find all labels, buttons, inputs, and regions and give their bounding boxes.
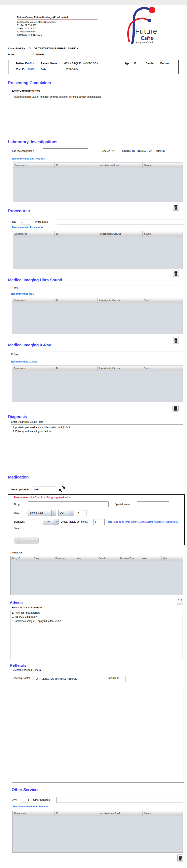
prescription-id-input[interactable] [33, 487, 56, 492]
recommended-xray-link[interactable]: Recommended X-Rays [11, 360, 37, 363]
referred-by-value: ORITSETSETOS RAPHAEL PINNICK [122, 150, 165, 152]
recommended-other-services-link[interactable]: Recommended Other Services [13, 805, 48, 808]
other-col-service: Investigation / Service [98, 811, 142, 816]
add-drug-button[interactable]: +Add Drug [14, 537, 39, 545]
uss-table-body [12, 303, 183, 334]
special-notes-label: Special Notes [115, 503, 132, 506]
xray-col-status: Status [142, 366, 183, 371]
chevron-down-icon[interactable] [51, 510, 56, 516]
drug-col-duration-type: Duration Type [118, 556, 140, 561]
procedures-input[interactable] [57, 219, 184, 225]
procedures-table-header: Department ID Investigation/Service Stat… [13, 231, 183, 237]
visit-id-value: 16493 [28, 68, 41, 71]
visit-date-label: Date [41, 68, 64, 71]
procedures-delete-button[interactable] [173, 270, 179, 277]
advice-delete-button[interactable] [177, 598, 183, 605]
drug-col-qty: Qty [162, 556, 183, 561]
refresh-prescription-button[interactable] [59, 486, 66, 493]
meal-timing-dropdown[interactable]: Before Meal [28, 510, 56, 516]
lab-table: Department ID Investigation/Service Stat… [13, 162, 183, 202]
special-notes-colon: : [133, 503, 134, 506]
referring-doctor-input[interactable] [35, 676, 88, 682]
trash-icon [178, 599, 182, 604]
uss-col-service: Investigation/Service [98, 298, 142, 303]
refresh-icon [59, 486, 65, 492]
duration-unit-dropdown[interactable]: Day/s [43, 519, 59, 525]
drug-col-drug: Drug [32, 556, 54, 561]
referral-list-box[interactable] [12, 687, 184, 783]
recommended-procedures-link[interactable]: Recommended Procedures [12, 226, 43, 229]
frequency-dropdown[interactable]: OD [58, 510, 74, 516]
company-number: Company No.8417652-2 [17, 34, 42, 36]
section-title-diagnosis: Diagnosis [8, 414, 27, 419]
logo-red-dot [149, 7, 155, 13]
company-name-part2: Future Holdings (Pty) Limited [33, 16, 68, 19]
total-label: Total [14, 527, 19, 530]
total-colon: : [26, 527, 27, 530]
uss-col-status: Status [142, 298, 183, 303]
other-services-table: Department ID Investigation / Service St… [12, 811, 183, 853]
lab-table-body [13, 168, 183, 202]
chevron-down-icon[interactable] [54, 519, 58, 525]
other-services-header: Department ID Investigation / Service St… [13, 811, 183, 816]
xray-input[interactable] [27, 351, 183, 357]
logo-word-future: Future [135, 27, 157, 35]
chevron-down-icon[interactable] [70, 510, 74, 516]
xray-col-id: ID [54, 366, 98, 371]
company-email: E: jude@future.sc [17, 30, 36, 33]
consultant-input[interactable] [125, 676, 182, 682]
drug-col-note: Note [140, 556, 162, 561]
duration-input[interactable] [28, 519, 41, 525]
company-address: Le Chainter,Victoria,Mahe,Seychelles [17, 21, 55, 23]
consultation-form-page: Future Care by Future Holdings (Pty) Lim… [0, 0, 187, 868]
procedures-input-label: Procedures : [35, 220, 49, 223]
lab-delete-button[interactable] [173, 204, 179, 211]
section-title-advice: Advice [10, 600, 23, 605]
other-qty-input[interactable] [20, 797, 30, 803]
trash-icon [174, 406, 177, 411]
xray-delete-button[interactable] [173, 405, 179, 412]
drug-list-header: Drug ID Drug Fequency Way Duration Durat… [11, 556, 183, 561]
recommended-lab-link[interactable]: Recommended Lab Testings [12, 157, 45, 160]
other-qty-label: Qty : [12, 799, 17, 801]
special-notes-input[interactable] [137, 501, 169, 507]
uss-col-id: ID [54, 298, 98, 303]
procedures-table: Department ID Investigation/Service Stat… [13, 231, 183, 269]
per-meal-input[interactable] [94, 519, 105, 525]
patient-id-value: 8413 [28, 62, 41, 65]
uss-input[interactable] [22, 285, 183, 291]
procedures-col-service: Investigation/Service [98, 231, 143, 237]
xray-table: Department ID Investigation/Service Stat… [12, 366, 183, 402]
drug-col-duration: Duration [97, 556, 118, 561]
diagnosis-textarea[interactable]: 1. posterior peroneal tendon inflammatio… [11, 424, 183, 467]
drug-col-frequency: Fequency [54, 556, 75, 561]
recommended-uss-link[interactable]: Recommended USS [11, 292, 34, 295]
complaints-textarea[interactable]: Musculoskeletal USS of right foot showed… [12, 94, 183, 118]
date-value: 2024-10-24 [31, 53, 45, 56]
uss-table: Department ID Investigation/Service Stat… [12, 298, 183, 334]
date-line: Date:2024-10-24 [8, 53, 45, 56]
xray-table-body [12, 371, 183, 402]
section-title-medication: Medication [8, 475, 29, 479]
other-services-input[interactable] [56, 797, 183, 803]
company-phone1: T: +24 82 593 593 [17, 24, 36, 26]
xray-label: X-Rays : [11, 353, 21, 356]
drug-input[interactable] [28, 501, 109, 507]
lab-investigation-input[interactable] [43, 148, 88, 154]
way-colon: : [26, 512, 27, 515]
advice-textarea[interactable]: 1. Refer for Phsyiotherapy 2. Tab PCM 1g… [10, 610, 183, 659]
procedures-col-status: Status [143, 231, 183, 237]
procedures-qty-input[interactable] [20, 219, 31, 225]
frequency-value: OD [59, 510, 64, 516]
uss-delete-button[interactable] [173, 337, 179, 344]
other-services-delete-button[interactable] [177, 854, 183, 862]
way-label: Way [14, 512, 19, 515]
company-name-by: by [31, 17, 34, 19]
uss-col-department: Department [12, 298, 54, 303]
lab-table-header: Department ID Investigation/Service Stat… [13, 163, 183, 168]
procedures-qty-label: Qty : [12, 220, 17, 223]
way-qty-input[interactable] [77, 510, 86, 516]
patient-age-value: 37 [134, 62, 146, 65]
trash-icon [174, 338, 178, 343]
section-title-procedures: Procedures [8, 209, 30, 213]
